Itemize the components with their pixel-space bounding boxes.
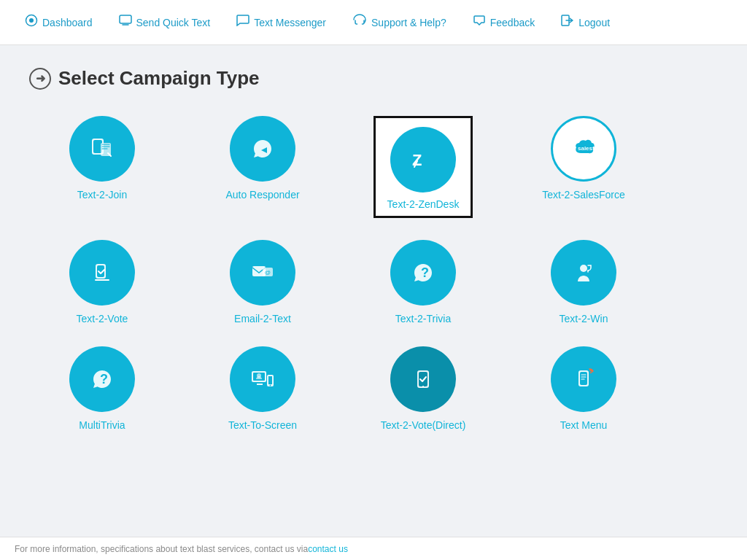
text-messenger-icon xyxy=(236,15,249,30)
campaign-item-email-2-text[interactable]: @ @ Email-2-Text xyxy=(190,240,336,324)
text-2-zendesk-selected-box: Z Text-2-ZenDesk xyxy=(374,116,473,218)
multitrivia-icon: ? xyxy=(69,346,135,412)
svg-rect-21 xyxy=(268,376,272,384)
svg-text:?: ? xyxy=(100,372,108,386)
nav-send-quick-text[interactable]: Send Quick Text xyxy=(106,0,224,44)
footer-contact-link[interactable]: contact us xyxy=(308,544,348,554)
campaign-item-text-2-vote[interactable]: Text-2-Vote xyxy=(29,240,175,324)
email-2-text-icon: @ @ xyxy=(230,240,295,306)
svg-rect-28 xyxy=(580,372,587,385)
nav-text-messenger[interactable]: Text Messenger xyxy=(223,0,339,44)
nav-logout[interactable]: Logout xyxy=(548,0,623,44)
feedback-icon xyxy=(473,15,486,30)
campaign-item-text-2-zendesk[interactable]: Z Text-2-ZenDesk xyxy=(350,116,496,218)
logout-icon xyxy=(561,15,574,30)
dashboard-icon xyxy=(25,14,38,31)
svg-text:salesforce: salesforce xyxy=(578,145,600,152)
campaign-item-text-to-screen[interactable]: Text-To-Screen xyxy=(190,346,336,431)
svg-point-26 xyxy=(422,386,424,387)
svg-text:Z: Z xyxy=(412,151,422,169)
text-2-vote-icon xyxy=(69,240,135,306)
text-2-zendesk-icon: Z xyxy=(390,127,456,192)
support-help-icon xyxy=(352,14,367,31)
main-nav: Dashboard Send Quick Text Text Messenger… xyxy=(0,0,747,45)
campaign-item-auto-responder[interactable]: Auto Responder xyxy=(190,116,336,218)
campaign-item-text-2-win[interactable]: Text-2-Win xyxy=(511,240,657,324)
send-quick-text-icon xyxy=(119,15,132,30)
svg-point-22 xyxy=(270,385,271,386)
svg-point-29 xyxy=(590,372,592,373)
svg-point-1 xyxy=(29,18,34,23)
campaign-item-text-2-join[interactable]: Text-2-Join xyxy=(29,116,175,218)
auto-responder-icon xyxy=(230,116,295,182)
campaign-item-text-2-trivia[interactable]: ? Text-2-Trivia xyxy=(350,240,496,324)
page-title: ➜ Select Campaign Type xyxy=(29,67,718,90)
campaign-grid: Text-2-Join Auto Responder Z xyxy=(29,116,718,431)
svg-text:@: @ xyxy=(265,269,271,276)
svg-point-16 xyxy=(580,265,587,272)
text-to-screen-icon xyxy=(230,346,295,412)
campaign-item-text-2-vote-direct[interactable]: Text-2-Vote(Direct) xyxy=(350,346,496,431)
text-2-win-icon xyxy=(551,240,616,306)
text-menu-icon xyxy=(551,346,616,412)
footer: For more information, specifications abo… xyxy=(0,537,747,560)
page-title-icon: ➜ xyxy=(29,68,51,90)
text-2-salesforce-icon: salesforce xyxy=(551,116,616,182)
text-2-vote-direct-icon xyxy=(390,346,456,412)
campaign-item-text-2-salesforce[interactable]: salesforce Text-2-SalesForce xyxy=(511,116,657,218)
svg-text:?: ? xyxy=(421,265,429,280)
nav-feedback[interactable]: Feedback xyxy=(460,0,548,44)
text-2-join-icon xyxy=(69,116,135,182)
campaign-item-text-menu[interactable]: Text Menu xyxy=(511,346,657,431)
campaign-item-multitrivia[interactable]: ? MultiTrivia xyxy=(29,346,175,431)
nav-dashboard[interactable]: Dashboard xyxy=(12,0,106,44)
page-content: ➜ Select Campaign Type Text-2-Join xyxy=(0,45,747,453)
nav-support-help[interactable]: Support & Help? xyxy=(339,0,460,44)
svg-rect-2 xyxy=(120,15,131,23)
text-2-trivia-icon: ? xyxy=(390,240,456,306)
